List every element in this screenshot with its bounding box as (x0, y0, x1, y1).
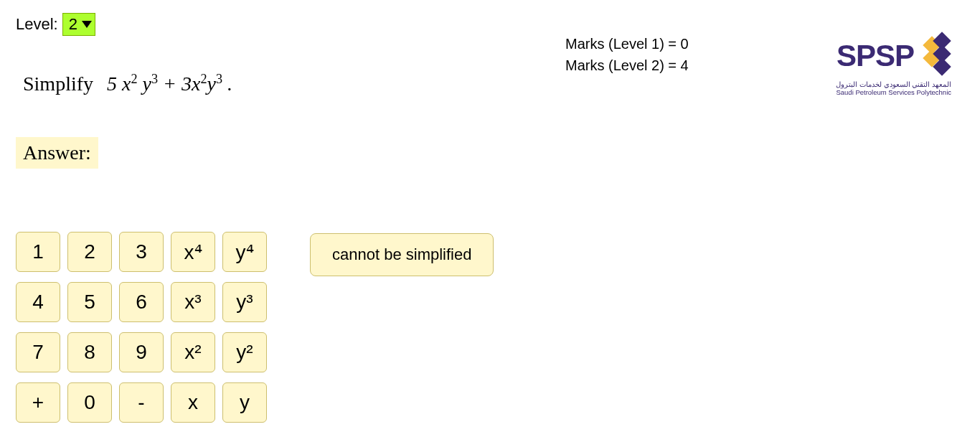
cannot-simplify-button[interactable]: cannot be simplified (310, 233, 494, 276)
keypad-key-5[interactable]: 5 (67, 282, 112, 322)
keypad-key-8[interactable]: 8 (67, 332, 112, 372)
keypad-key-[interactable]: - (119, 382, 164, 423)
keypad-key-x[interactable]: x³ (171, 282, 215, 322)
level-select[interactable]: 2 (62, 13, 95, 36)
level-value: 2 (69, 15, 77, 34)
level-row: Level: 2 (16, 13, 964, 36)
marks-level-2: Marks (Level 2) = 4 (565, 55, 689, 76)
org-logo: SPSP المعهد التقني السعودي لخدمات البترو… (836, 34, 951, 96)
logo-text: SPSP (837, 39, 914, 73)
logo-sub-ar: المعهد التقني السعودي لخدمات البترول (836, 80, 951, 88)
question-prompt: Simplify (23, 72, 93, 95)
logo-icon (921, 34, 951, 77)
keypad-key-[interactable]: + (16, 382, 60, 423)
marks-level-1: Marks (Level 1) = 0 (565, 33, 689, 55)
keypad-key-y[interactable]: y³ (222, 282, 267, 322)
question-text: Simplify 5 x2 y3 + 3x2y3 . (16, 72, 964, 95)
keypad-key-y[interactable]: y⁴ (222, 232, 267, 272)
keypad-key-x[interactable]: x² (171, 332, 215, 372)
keypad-key-3[interactable]: 3 (119, 232, 164, 272)
keypad-key-6[interactable]: 6 (119, 282, 164, 322)
keypad-key-y[interactable]: y (222, 382, 267, 423)
keypad-key-9[interactable]: 9 (119, 332, 164, 372)
keypad-key-2[interactable]: 2 (67, 232, 112, 272)
logo-sub-en: Saudi Petroleum Services Polytechnic (836, 88, 951, 96)
keypad-key-x[interactable]: x (171, 382, 215, 423)
question-expression: 5 x2 y3 + 3x2y3 . (107, 72, 232, 95)
marks-block: Marks (Level 1) = 0 Marks (Level 2) = 4 (565, 33, 689, 76)
keypad-key-0[interactable]: 0 (67, 382, 112, 423)
keypad: 123x⁴y⁴456x³y³789x²y²+0-xy (16, 232, 267, 423)
chevron-down-icon (82, 21, 92, 28)
keypad-key-1[interactable]: 1 (16, 232, 60, 272)
keypad-key-y[interactable]: y² (222, 332, 267, 372)
answer-label: Answer: (16, 137, 98, 169)
level-label: Level: (16, 15, 58, 34)
keypad-key-4[interactable]: 4 (16, 282, 60, 322)
keypad-key-7[interactable]: 7 (16, 332, 60, 372)
keypad-key-x[interactable]: x⁴ (171, 232, 215, 272)
